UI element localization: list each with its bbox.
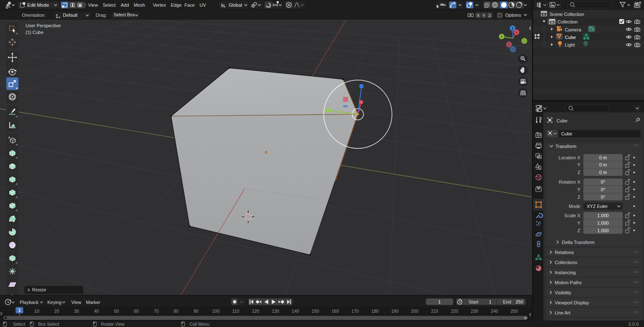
svg-text:Line Art: Line Art: [555, 310, 570, 315]
svg-text:Scale X: Scale X: [564, 213, 581, 218]
svg-text:Default: Default: [63, 13, 78, 18]
svg-text:X: X: [477, 13, 480, 18]
svg-text:0 m: 0 m: [599, 162, 607, 167]
svg-text:240: 240: [491, 309, 498, 314]
svg-text:Visibility: Visibility: [555, 290, 571, 295]
svg-text:60: 60: [134, 309, 139, 314]
svg-text:70: 70: [154, 309, 159, 314]
svg-text:Z: Z: [577, 228, 580, 233]
svg-text:1.000: 1.000: [597, 221, 609, 226]
svg-text:Y: Y: [501, 35, 503, 39]
svg-text:3.0.0: 3.0.0: [628, 322, 639, 327]
svg-text:170: 170: [351, 309, 359, 314]
svg-text:Add: Add: [121, 3, 129, 8]
svg-text:Edge: Edge: [171, 3, 182, 8]
svg-text:40: 40: [94, 309, 99, 314]
svg-text:0°: 0°: [601, 195, 605, 200]
svg-text:Options: Options: [505, 13, 521, 18]
svg-text:Z: Z: [512, 26, 514, 31]
svg-text:0°: 0°: [601, 187, 605, 192]
svg-text:Location X: Location X: [558, 155, 581, 160]
svg-text:End: End: [503, 299, 512, 304]
svg-text:Global: Global: [229, 3, 242, 8]
svg-text:Motion Paths: Motion Paths: [555, 280, 582, 285]
svg-text:110: 110: [232, 309, 239, 314]
svg-text:0 m: 0 m: [599, 155, 607, 160]
svg-text:View: View: [88, 3, 98, 8]
svg-text:Resize: Resize: [32, 287, 47, 292]
svg-text:Z: Z: [577, 170, 580, 175]
svg-text:Instancing: Instancing: [555, 270, 576, 275]
svg-text:Camera: Camera: [565, 27, 582, 32]
svg-text:Z: Z: [488, 13, 491, 18]
svg-text:Drag:: Drag:: [96, 13, 107, 18]
svg-text:100: 100: [212, 309, 220, 314]
svg-text:160: 160: [332, 309, 339, 314]
svg-text:Rotate View: Rotate View: [101, 322, 125, 327]
svg-text:Cube: Cube: [565, 35, 576, 40]
svg-text:Mesh: Mesh: [134, 3, 145, 8]
svg-text:Vertex: Vertex: [153, 3, 166, 8]
svg-text:Cube: Cube: [556, 118, 567, 123]
svg-text:User Perspective: User Perspective: [26, 23, 61, 28]
svg-text:20: 20: [54, 309, 59, 314]
svg-text:0°: 0°: [601, 179, 605, 184]
svg-text:Collection: Collection: [558, 19, 578, 24]
svg-text:UV: UV: [200, 3, 206, 8]
svg-text:0 m: 0 m: [599, 170, 607, 175]
svg-text:Box Select: Box Select: [38, 322, 59, 327]
svg-text:180: 180: [371, 309, 379, 314]
svg-text:1.000: 1.000: [597, 213, 609, 218]
svg-text:View: View: [71, 300, 81, 305]
svg-text:Delta Transform: Delta Transform: [562, 240, 595, 245]
svg-text:120: 120: [252, 309, 260, 314]
svg-text:1: 1: [18, 308, 21, 313]
svg-text:Call Menu: Call Menu: [190, 322, 209, 327]
svg-text:Light: Light: [565, 42, 575, 47]
svg-text:Marker: Marker: [86, 300, 101, 305]
svg-text:50: 50: [114, 309, 119, 314]
svg-text:Relations: Relations: [555, 250, 574, 255]
svg-text:Transform: Transform: [556, 144, 576, 149]
svg-text:210: 210: [431, 309, 439, 314]
svg-text:Select Box: Select Box: [114, 12, 135, 17]
svg-text:230: 230: [471, 309, 478, 314]
svg-text:Start: Start: [469, 299, 478, 304]
svg-text:XYZ Euler: XYZ Euler: [587, 204, 608, 209]
svg-text:80: 80: [174, 309, 179, 314]
svg-text:Select: Select: [13, 322, 25, 327]
svg-text:1.000: 1.000: [597, 228, 609, 233]
svg-text:Y: Y: [577, 221, 581, 226]
svg-text:Playback: Playback: [20, 300, 39, 305]
svg-text:10: 10: [34, 309, 39, 314]
svg-text:Z: Z: [577, 195, 580, 200]
svg-text:1: 1: [438, 299, 441, 304]
svg-text:200: 200: [411, 309, 419, 314]
svg-text:Keying: Keying: [47, 300, 62, 305]
svg-text:250: 250: [516, 299, 523, 304]
svg-text:(1) Cube: (1) Cube: [26, 30, 44, 35]
svg-text:Rotation X: Rotation X: [559, 179, 581, 184]
svg-text:140: 140: [292, 309, 299, 314]
svg-text:Viewport Display: Viewport Display: [555, 300, 589, 305]
svg-text:Y: Y: [483, 13, 486, 18]
svg-text:Y: Y: [577, 187, 581, 192]
svg-text:250: 250: [511, 309, 518, 314]
svg-text:Collections: Collections: [555, 260, 577, 265]
svg-text:1: 1: [489, 299, 491, 304]
svg-text:Y: Y: [577, 162, 581, 167]
svg-text:Select: Select: [103, 3, 116, 8]
svg-text:X: X: [515, 31, 518, 34]
svg-text:150: 150: [312, 309, 319, 314]
svg-text:190: 190: [391, 309, 399, 314]
svg-text:130: 130: [272, 309, 279, 314]
svg-text:Scene Collection: Scene Collection: [550, 12, 584, 17]
svg-text:Cube: Cube: [561, 131, 572, 136]
svg-text:Mode: Mode: [569, 204, 580, 209]
svg-text:Orientation:: Orientation:: [22, 13, 46, 18]
svg-text:Edit Mode: Edit Mode: [27, 3, 49, 8]
svg-text:Face: Face: [184, 3, 195, 8]
svg-text:90: 90: [193, 309, 198, 314]
svg-text:30: 30: [74, 309, 79, 314]
svg-text:220: 220: [451, 309, 458, 314]
